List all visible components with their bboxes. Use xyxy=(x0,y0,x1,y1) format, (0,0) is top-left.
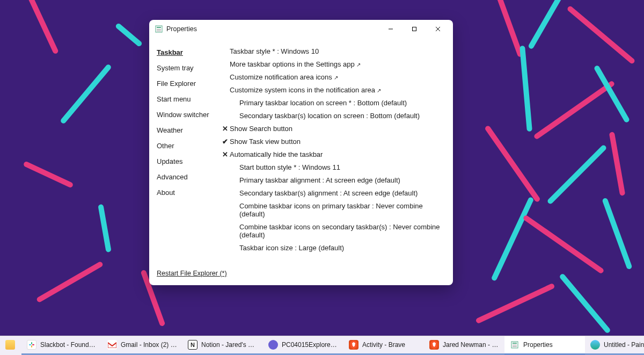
setting-row[interactable]: Combine taskbar icons on primary taskbar… xyxy=(220,199,448,220)
setting-label: Automatically hide the taskbar xyxy=(230,150,448,158)
brave-icon xyxy=(349,340,358,350)
properties-window: Properties TaskbarSystem trayFile Explor… xyxy=(149,20,453,285)
svg-rect-8 xyxy=(29,344,31,345)
setting-row[interactable]: Secondary taskbar(s) location on screen … xyxy=(220,109,448,122)
sidebar-item-window-switcher[interactable]: Window switcher xyxy=(157,107,218,122)
setting-row[interactable]: Primary taskbar alignment : At screen ed… xyxy=(220,173,448,186)
setting-row[interactable]: ✔Show Task view button xyxy=(220,135,448,148)
sidebar-item-system-tray[interactable]: System tray xyxy=(157,60,218,76)
taskbar-item[interactable]: Jared Newman - Br... xyxy=(424,336,504,355)
x-icon: ✕ xyxy=(220,125,230,133)
setting-row[interactable]: Taskbar icon size : Large (default) xyxy=(220,241,448,254)
setting-row[interactable]: Customize notification area icons↗ xyxy=(220,70,448,83)
svg-rect-11 xyxy=(31,345,32,347)
sidebar-item-advanced[interactable]: Advanced xyxy=(157,169,218,185)
maximize-button[interactable] xyxy=(402,21,426,37)
svg-rect-9 xyxy=(32,344,34,345)
taskbar-label: Gmail - Inbox (2) - ... xyxy=(121,341,177,349)
taskbar-item[interactable]: Untitled - Paint xyxy=(585,336,644,355)
taskbar-item[interactable]: Properties xyxy=(504,336,585,355)
setting-label: Customize notification area icons↗ xyxy=(230,73,448,81)
svg-rect-3 xyxy=(157,31,161,31)
setting-label: Show Search button xyxy=(230,125,448,133)
setting-label: Show Task view button xyxy=(230,137,448,146)
svg-rect-15 xyxy=(513,346,517,347)
sidebar-item-updates[interactable]: Updates xyxy=(157,154,218,169)
titlebar[interactable]: Properties xyxy=(149,20,453,38)
svg-rect-10 xyxy=(31,342,32,344)
setting-row[interactable]: More taskbar options in the Settings app… xyxy=(220,57,448,70)
sidebar: TaskbarSystem trayFile ExplorerStart men… xyxy=(149,41,218,263)
taskbar-label: Jared Newman - Br... xyxy=(443,341,499,349)
setting-row[interactable]: ✕Show Search button xyxy=(220,122,448,135)
taskbar-item[interactable]: Gmail - Inbox (2) - ... xyxy=(102,336,182,355)
setting-label: Start button style * : Windows 11 xyxy=(239,163,448,171)
taskbar: Slackbot - Foundry ...Gmail - Inbox (2) … xyxy=(0,336,644,355)
restart-file-explorer-link[interactable]: Restart File Explorer (*) xyxy=(157,270,227,277)
svg-rect-14 xyxy=(513,345,517,345)
taskbar-item[interactable]: Slackbot - Foundry ... xyxy=(21,336,102,355)
sidebar-item-about[interactable]: About xyxy=(157,185,218,200)
taskbar-item[interactable]: Activity - Brave xyxy=(343,336,424,355)
brave-icon xyxy=(429,340,439,350)
setting-row[interactable]: Secondary taskbar(s) alignment : At scre… xyxy=(220,186,448,199)
setting-label: Secondary taskbar(s) alignment : At scre… xyxy=(239,189,448,197)
slack-icon xyxy=(27,340,36,350)
check-icon: ✔ xyxy=(220,137,230,146)
sidebar-item-weather[interactable]: Weather xyxy=(157,122,218,138)
taskbar-label: Activity - Brave xyxy=(362,341,405,349)
sidebar-item-start-menu[interactable]: Start menu xyxy=(157,91,218,107)
minimize-button[interactable] xyxy=(379,21,402,37)
setting-row[interactable]: Combine taskbar icons on secondary taskb… xyxy=(220,220,448,241)
setting-row[interactable]: Taskbar style * : Windows 10 xyxy=(220,45,448,57)
sidebar-item-file-explorer[interactable]: File Explorer xyxy=(157,76,218,91)
taskbar-label: Notion - Jared's Scr... xyxy=(201,341,258,349)
paint-icon xyxy=(590,340,600,350)
sidebar-item-taskbar[interactable]: Taskbar xyxy=(157,45,218,60)
folder-icon xyxy=(5,340,15,350)
setting-row[interactable]: ✕Automatically hide the taskbar xyxy=(220,148,448,161)
external-arrow-icon: ↗ xyxy=(377,88,381,93)
notion-icon: N xyxy=(188,340,197,350)
start-button[interactable] xyxy=(0,336,21,355)
taskbar-item[interactable]: NNotion - Jared's Scr... xyxy=(182,336,263,355)
external-arrow-icon: ↗ xyxy=(356,62,361,68)
svg-rect-1 xyxy=(157,27,161,28)
props-icon xyxy=(510,340,519,350)
ep-icon xyxy=(268,340,278,350)
window-title: Properties xyxy=(166,25,197,33)
setting-row[interactable]: Customize system icons in the notificati… xyxy=(220,83,448,96)
setting-label: Secondary taskbar(s) location on screen … xyxy=(239,112,448,120)
setting-label: Combine taskbar icons on primary taskbar… xyxy=(239,202,448,218)
x-icon: ✕ xyxy=(220,150,230,158)
taskbar-label: PC04015ExplorerPa... xyxy=(282,341,338,349)
taskbar-label: Properties xyxy=(523,341,553,349)
taskbar-label: Slackbot - Foundry ... xyxy=(40,341,97,349)
window-footer: Restart File Explorer (*) xyxy=(149,263,453,285)
setting-row[interactable]: Start button style * : Windows 11 xyxy=(220,161,448,173)
setting-label: Customize system icons in the notificati… xyxy=(230,86,448,94)
external-arrow-icon: ↗ xyxy=(334,75,338,81)
properties-icon xyxy=(155,25,163,33)
svg-rect-2 xyxy=(157,29,161,30)
setting-label: Primary taskbar location on screen * : B… xyxy=(239,99,448,107)
taskbar-item[interactable]: PC04015ExplorerPa... xyxy=(263,336,343,355)
setting-label: Taskbar icon size : Large (default) xyxy=(239,244,448,252)
setting-label: Combine taskbar icons on secondary taskb… xyxy=(239,223,448,239)
setting-row[interactable]: Primary taskbar location on screen * : B… xyxy=(220,96,448,109)
svg-rect-13 xyxy=(513,343,517,344)
svg-rect-5 xyxy=(413,27,416,31)
content-pane: Taskbar style * : Windows 10More taskbar… xyxy=(218,41,453,263)
setting-label: More taskbar options in the Settings app… xyxy=(230,60,448,68)
close-button[interactable] xyxy=(426,21,450,37)
setting-label: Taskbar style * : Windows 10 xyxy=(230,47,448,55)
gmail-icon xyxy=(107,340,117,350)
taskbar-label: Untitled - Paint xyxy=(604,341,644,349)
setting-label: Primary taskbar alignment : At screen ed… xyxy=(239,176,448,184)
sidebar-item-other[interactable]: Other xyxy=(157,138,218,154)
